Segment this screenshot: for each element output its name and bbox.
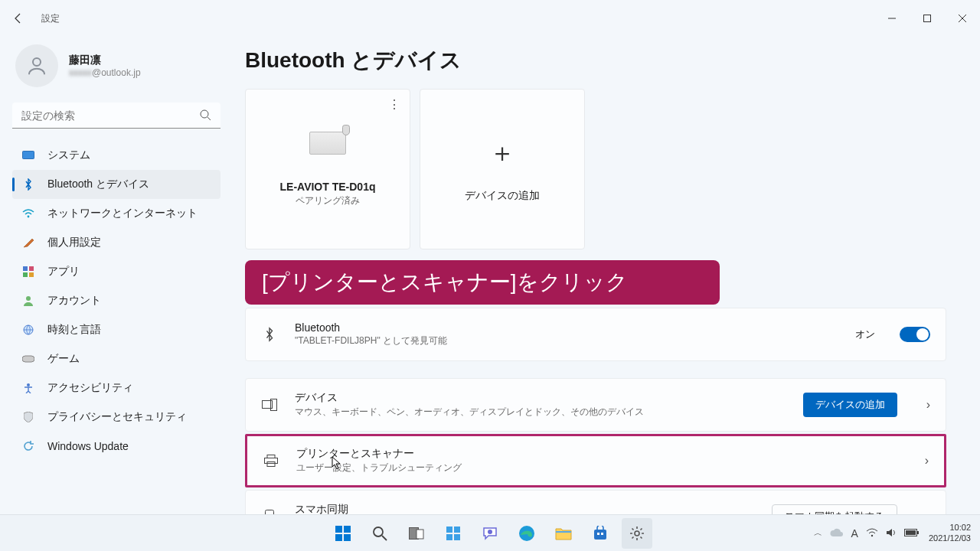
wifi-icon[interactable] [866,528,878,539]
store-button[interactable] [585,518,616,549]
row-sub: ユーザー設定、トラブルシューティング [296,461,908,474]
svg-rect-38 [597,533,599,535]
sidebar-item-privacy[interactable]: プライバシーとセキュリティ [12,403,220,432]
svg-rect-36 [556,531,571,533]
clock-date: 2021/12/03 [929,533,971,543]
printer-icon [263,455,279,467]
onedrive-icon[interactable] [830,528,844,539]
settings-button[interactable] [622,518,652,549]
update-icon [21,439,35,453]
svg-rect-32 [446,534,452,540]
sidebar-item-label: アカウント [47,294,101,308]
sidebar-item-gaming[interactable]: ゲーム [12,344,220,373]
titlebar: 設定 [0,0,980,37]
svg-rect-39 [601,533,603,535]
nav: システム Bluetooth とデバイス ネットワークとインターネット 個人用設… [12,141,220,461]
user-name: 藤田凛 [69,54,141,67]
search-input[interactable] [12,103,220,129]
svg-point-3 [201,110,208,118]
battery-icon[interactable] [904,529,920,538]
instruction-banner: [プリンターとスキャナー]をクリック [245,260,720,305]
row-title: プリンターとスキャナー [296,447,908,461]
sidebar-item-windows-update[interactable]: Windows Update [12,432,220,461]
sidebar-item-label: アプリ [47,265,80,279]
svg-rect-1 [924,15,931,22]
brush-icon [21,236,35,249]
svg-point-40 [635,531,639,536]
svg-rect-22 [335,526,342,533]
svg-rect-5 [23,152,34,159]
add-device-label: デバイスの追加 [465,189,540,203]
svg-line-4 [207,117,211,120]
bluetooth-icon [261,327,278,342]
toggle-label: オン [855,328,875,341]
page-title: Bluetooth とデバイス [245,46,946,75]
row-printers-scanners[interactable]: プリンターとスキャナー ユーザー設定、トラブルシューティング › [245,434,946,487]
sidebar-item-personalization[interactable]: 個人用設定 [12,228,220,257]
sidebar-item-accessibility[interactable]: アクセシビリティ [12,373,220,403]
clock-time: 10:02 [929,523,971,533]
start-button[interactable] [328,518,358,549]
svg-rect-25 [344,534,351,541]
row-title: スマホ同期 [295,503,755,514]
svg-rect-31 [454,527,460,533]
search-button[interactable] [364,518,395,549]
svg-rect-23 [344,526,351,533]
add-device-card[interactable]: ＋ デバイスの追加 [420,89,585,249]
bluetooth-icon [21,178,35,191]
svg-rect-19 [267,462,275,467]
widgets-button[interactable] [438,518,469,549]
svg-rect-30 [446,527,452,533]
launch-phone-link-button[interactable]: スマホ同期を起動する [772,504,897,514]
row-phone-link[interactable]: スマホ同期 Android デバイスの写真やテキストなどにすばやくアクセスできま… [245,490,946,514]
search-box[interactable] [12,103,220,129]
ime-icon[interactable]: A [851,527,858,540]
maximize-button[interactable] [910,6,945,31]
clock[interactable]: 10:02 2021/12/03 [929,523,971,543]
close-button[interactable] [945,6,980,31]
chevron-right-icon: › [926,398,930,412]
sidebar-item-label: アクセシビリティ [47,381,133,395]
sidebar-item-bluetooth[interactable]: Bluetooth とデバイス [12,170,220,199]
edge-button[interactable] [511,518,542,549]
row-devices[interactable]: デバイス マウス、キーボード、ペン、オーディオ、ディスプレイとドック、その他のデ… [245,378,946,432]
sidebar-item-accounts[interactable]: アカウント [12,286,220,315]
sidebar-item-system[interactable]: システム [12,141,220,170]
svg-rect-29 [416,530,423,539]
sidebar-item-time-language[interactable]: 時刻と言語 [12,315,220,344]
svg-rect-17 [267,455,275,458]
keyboard-icon [309,132,346,155]
chat-button[interactable] [475,518,505,549]
accessibility-icon [21,381,35,395]
row-title: Bluetooth [295,321,838,334]
back-button[interactable] [11,11,26,26]
volume-icon[interactable] [886,528,897,539]
window-title: 設定 [41,12,60,25]
sidebar-item-network[interactable]: ネットワークとインターネット [12,199,220,228]
profile-block[interactable]: 藤田凛 xxxxx@outlook.jp [15,44,220,87]
device-card[interactable]: ⋮ LE-AVIOT TE-D01q ペアリング済み [245,89,410,249]
main-content: Bluetooth とデバイス ⋮ LE-AVIOT TE-D01q ペアリング… [230,37,980,514]
add-device-button[interactable]: デバイスの追加 [803,393,897,417]
globe-icon [21,323,35,337]
system-tray[interactable]: ︿ A 10:02 2021/12/03 [814,523,971,543]
svg-point-6 [28,216,30,218]
chevron-up-icon[interactable]: ︿ [814,527,822,539]
sidebar-item-apps[interactable]: アプリ [12,257,220,286]
task-view-button[interactable] [401,518,432,549]
sidebar: 藤田凛 xxxxx@outlook.jp システム Bluetooth とデバイ… [0,37,230,514]
svg-rect-44 [917,531,919,534]
svg-rect-43 [906,530,916,535]
more-icon[interactable]: ⋮ [388,97,400,112]
svg-rect-33 [454,534,460,540]
svg-point-41 [871,534,873,536]
svg-point-34 [488,530,492,534]
explorer-button[interactable] [548,518,579,549]
bluetooth-toggle[interactable] [900,327,930,342]
person-icon [21,294,35,308]
minimize-button[interactable] [874,6,910,31]
display-icon [21,148,35,162]
row-title: デバイス [295,391,786,405]
svg-rect-8 [29,266,34,271]
sidebar-item-label: ゲーム [47,352,80,366]
